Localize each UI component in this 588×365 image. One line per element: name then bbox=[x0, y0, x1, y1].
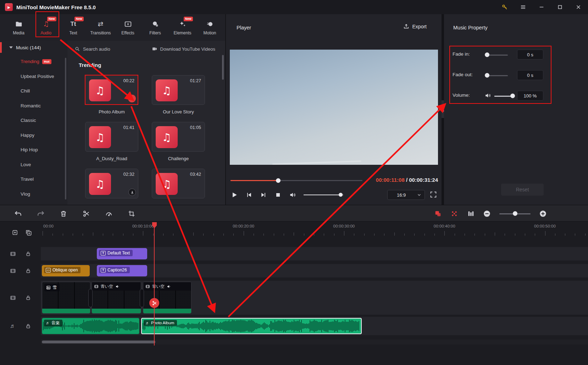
video-audio-strip bbox=[143, 309, 191, 313]
timeline-ruler[interactable]: 00:0000:00:10:0000:00:20:0000:00:30:0000… bbox=[0, 221, 588, 236]
music-card-5[interactable]: ♫03:42 bbox=[152, 169, 205, 198]
clip-sky-video-2[interactable]: 青い空 bbox=[143, 282, 192, 314]
music-card-4[interactable]: ♫02:32 bbox=[85, 169, 138, 198]
sidebar-item-upbeat-positive[interactable]: Upbeat Positive bbox=[0, 69, 67, 84]
category-label: Chill bbox=[21, 88, 30, 94]
crop-button[interactable] bbox=[128, 210, 135, 218]
sidebar-scrollbar[interactable] bbox=[65, 58, 66, 200]
tab-audio[interactable]: ♫NewAudio bbox=[32, 14, 60, 41]
sidebar-item-romantic[interactable]: Romantic bbox=[0, 99, 67, 113]
property-volume-slider[interactable] bbox=[494, 94, 514, 99]
reset-button[interactable]: Reset bbox=[501, 184, 544, 196]
download-youtube-button[interactable]: Download YouTube Videos bbox=[152, 46, 215, 52]
sidebar-item-trending[interactable]: TrendingHot bbox=[0, 54, 67, 69]
sidebar-item-vlog[interactable]: Vlog bbox=[0, 187, 67, 202]
seek-bar[interactable] bbox=[231, 180, 362, 181]
close-button[interactable] bbox=[574, 2, 583, 12]
fade-out-label: Fade out: bbox=[453, 72, 473, 77]
snap-toggle-icon[interactable] bbox=[450, 210, 458, 218]
license-key-icon[interactable] bbox=[500, 2, 509, 12]
lock-icon[interactable] bbox=[25, 323, 31, 329]
delete-button[interactable] bbox=[60, 210, 67, 218]
minimize-button[interactable] bbox=[537, 2, 546, 12]
play-button[interactable] bbox=[231, 191, 238, 198]
clip-sky-video-1[interactable]: 青い空 bbox=[91, 282, 141, 314]
music-card-photo-album[interactable]: ♫00:22+ bbox=[85, 75, 138, 105]
category-label: Hip Hop bbox=[21, 147, 38, 152]
sidebar-item-classic[interactable]: Classic bbox=[0, 113, 67, 128]
fullscreen-button[interactable] bbox=[429, 191, 437, 198]
sidebar-item-happy[interactable]: Happy bbox=[0, 128, 67, 143]
volume-slider[interactable] bbox=[304, 192, 343, 197]
add-to-timeline-button[interactable]: + bbox=[128, 95, 136, 102]
transition-slot[interactable] bbox=[140, 289, 144, 307]
track-view-toggle-icon[interactable] bbox=[467, 210, 475, 218]
sidebar-item-chill[interactable]: Chill bbox=[0, 84, 67, 99]
fade-out-value[interactable]: 0 s bbox=[517, 70, 543, 80]
category-label: Classic bbox=[21, 118, 36, 123]
music-card-challenge[interactable]: ♫01:05 bbox=[152, 122, 205, 152]
clip-oblique-open[interactable]: ▭Oblique open bbox=[42, 265, 90, 276]
clip-default-text[interactable]: TDefault Text bbox=[97, 248, 147, 259]
fade-in-handle[interactable] bbox=[485, 52, 489, 57]
seek-handle[interactable] bbox=[276, 178, 281, 183]
search-audio-button[interactable]: Search audio bbox=[74, 46, 110, 52]
timeline-horizontal-scrollbar[interactable] bbox=[41, 339, 588, 344]
volume-value[interactable]: 100 % bbox=[517, 91, 543, 101]
download-icon[interactable] bbox=[128, 189, 136, 196]
tab-transitions[interactable]: ⇄Transitions bbox=[87, 14, 114, 41]
text-template-icon: ▭ bbox=[46, 268, 51, 273]
fade-out-slider[interactable] bbox=[485, 73, 508, 78]
previous-frame-button[interactable] bbox=[245, 191, 253, 198]
zoom-out-button[interactable] bbox=[483, 210, 491, 218]
clip-photo-album-selected[interactable]: ♬Photo Album bbox=[141, 318, 362, 334]
clip-music-bgm[interactable]: ♬音楽 bbox=[42, 318, 139, 334]
stop-button[interactable] bbox=[274, 191, 282, 198]
sidebar-item-travel[interactable]: Travel bbox=[0, 172, 67, 187]
mute-button[interactable] bbox=[289, 191, 296, 198]
video-preview[interactable] bbox=[230, 50, 438, 165]
fade-in-value[interactable]: 0 s bbox=[517, 50, 543, 60]
tab-elements[interactable]: NewElements bbox=[169, 14, 196, 41]
sidebar-item-love[interactable]: Love bbox=[0, 157, 67, 172]
transition-slot[interactable] bbox=[88, 289, 93, 307]
export-button[interactable]: Export bbox=[403, 23, 427, 29]
fade-in-slider[interactable] bbox=[485, 52, 508, 57]
clip-caption26[interactable]: TCaption26 bbox=[97, 265, 147, 276]
aspect-ratio-select[interactable]: 16:9 bbox=[387, 190, 425, 200]
tab-effects[interactable]: Effects bbox=[114, 14, 142, 41]
music-card-our-love-story[interactable]: ♫01:27 bbox=[152, 75, 205, 105]
tab-filters[interactable]: Filters bbox=[142, 14, 169, 41]
split-button[interactable] bbox=[82, 210, 90, 218]
maximize-button[interactable] bbox=[555, 2, 565, 12]
redo-button[interactable] bbox=[37, 210, 45, 218]
undo-button[interactable] bbox=[14, 210, 22, 218]
tab-media[interactable]: Media bbox=[5, 14, 32, 41]
property-volume-handle[interactable] bbox=[510, 94, 515, 98]
timeline-zoom-slider[interactable] bbox=[499, 211, 531, 216]
attach-clip-icon[interactable] bbox=[434, 210, 442, 218]
lock-icon[interactable] bbox=[25, 268, 31, 274]
ribbon-tabbar: Media♫NewAudioTtNewText⇄TransitionsEffec… bbox=[0, 14, 225, 41]
music-category-header[interactable]: Music (144) bbox=[0, 41, 67, 54]
lock-icon[interactable] bbox=[25, 295, 31, 301]
lock-icon[interactable] bbox=[25, 251, 31, 257]
music-list-scrollbar[interactable] bbox=[222, 55, 224, 80]
clip-snow-video[interactable]: 雪 bbox=[42, 282, 90, 314]
clip-label: 音楽 bbox=[51, 320, 60, 326]
manage-tracks-icon[interactable] bbox=[25, 229, 32, 236]
speed-button[interactable] bbox=[105, 210, 113, 218]
tab-motion[interactable]: Motion bbox=[196, 14, 223, 41]
music-card-a_dusty_road[interactable]: ♫01:41 bbox=[85, 122, 138, 152]
add-track-icon[interactable] bbox=[12, 229, 19, 236]
menu-icon[interactable] bbox=[518, 2, 528, 12]
fade-out-handle[interactable] bbox=[485, 73, 489, 78]
tab-text[interactable]: TtNewText bbox=[60, 14, 87, 41]
sidebar-item-hip-hop[interactable]: Hip Hop bbox=[0, 142, 67, 157]
next-frame-button[interactable] bbox=[260, 191, 267, 198]
split-scissors-button[interactable] bbox=[149, 298, 159, 308]
zoom-in-button[interactable] bbox=[539, 210, 547, 218]
zoom-handle[interactable] bbox=[513, 211, 517, 216]
scrollbar-handle[interactable] bbox=[42, 341, 155, 343]
volume-handle[interactable] bbox=[339, 193, 343, 197]
